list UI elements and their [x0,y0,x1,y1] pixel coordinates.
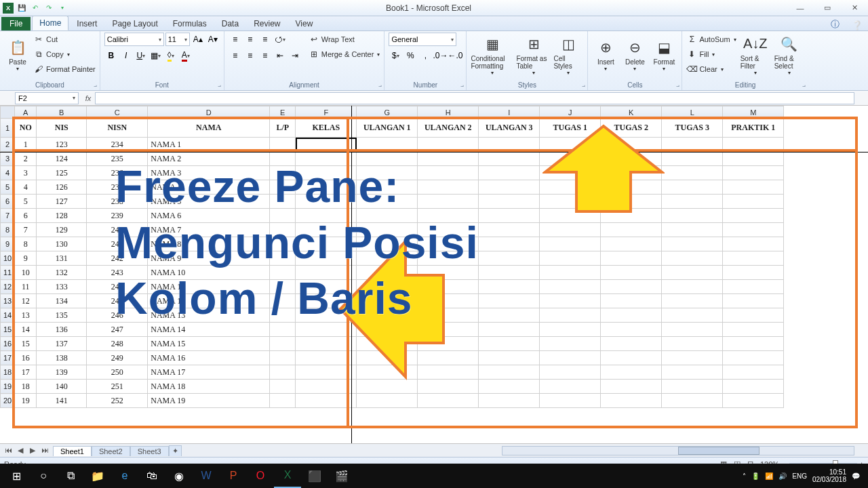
app-icon-2[interactable]: 🎬 [328,464,355,488]
row-header-15[interactable]: 15 [1,323,15,337]
sheet-nav-last[interactable]: ⏭ [39,446,50,455]
row-header-14[interactable]: 14 [1,308,15,323]
cell[interactable]: 16 [15,351,37,365]
cell[interactable]: 135 [37,308,87,323]
insert-tab[interactable]: Insert [70,17,104,30]
cell[interactable]: NAMA 17 [148,365,270,380]
store-icon[interactable]: 🛍 [138,464,165,488]
cell[interactable]: 12 [15,294,37,308]
wifi-icon[interactable]: 📶 [765,472,773,480]
header-cell[interactable]: L/P [270,119,296,138]
sheet-tab-2[interactable]: Sheet2 [92,446,130,456]
header-cell[interactable]: KELAS [296,119,357,138]
cell[interactable] [479,394,540,408]
col-header-L[interactable]: L [662,106,723,119]
cell[interactable]: 18 [15,380,37,394]
cell[interactable]: 249 [87,351,148,365]
formula-input[interactable] [95,92,854,104]
header-cell[interactable]: NISN [87,119,148,138]
header-cell[interactable]: NO [15,119,37,138]
row-header-12[interactable]: 12 [1,280,15,294]
align-right-button[interactable]: ≡ [258,49,272,62]
sheet-nav-next[interactable]: ▶ [27,446,38,455]
header-cell[interactable]: NAMA [148,119,270,138]
find-select-button[interactable]: 🔍Find & Select▾ [774,33,804,77]
cell[interactable]: 141 [37,394,87,408]
align-middle-button[interactable]: ≡ [243,33,257,46]
name-box[interactable]: F2▾ [15,92,79,104]
col-header-F[interactable]: F [296,106,357,119]
cell[interactable] [601,351,662,365]
ribbon-minimize-icon[interactable]: ⓘ [825,18,845,30]
cell[interactable] [270,380,296,394]
col-header-B[interactable]: B [37,106,87,119]
row-header-17[interactable]: 17 [1,351,15,365]
cell[interactable] [662,365,723,380]
cell[interactable]: 252 [87,394,148,408]
cell[interactable] [540,351,601,365]
cell[interactable]: 140 [37,380,87,394]
cell[interactable]: 134 [37,294,87,308]
cell[interactable] [479,365,540,380]
font-size-combo[interactable]: 11▾ [165,33,190,46]
row-header-7[interactable]: 7 [1,209,15,223]
header-cell[interactable]: TUGAS 3 [662,119,723,138]
header-cell[interactable]: ULANGAN 2 [418,119,479,138]
formulas-tab[interactable]: Formulas [166,17,214,30]
row-header-2[interactable]: 2 [1,138,15,152]
bold-button[interactable]: B [104,49,118,62]
close-button[interactable]: ✕ [841,0,868,16]
cell[interactable] [723,138,784,152]
row-header-6[interactable]: 6 [1,195,15,209]
shrink-font-button[interactable]: A▾ [206,33,220,46]
cell[interactable]: 129 [37,223,87,237]
cell[interactable] [479,351,540,365]
sheet-tab-1[interactable]: Sheet1 [53,446,92,456]
explorer-icon[interactable]: 📁 [84,464,111,488]
save-icon[interactable]: 💾 [16,3,27,14]
autosum-button[interactable]: ΣAutoSum▾ [686,33,736,46]
chrome-icon[interactable]: ◉ [165,464,193,488]
view-tab[interactable]: View [289,17,320,30]
cell[interactable]: 138 [37,351,87,365]
row-header-13[interactable]: 13 [1,294,15,308]
header-cell[interactable]: ULANGAN 1 [357,119,418,138]
excel-icon[interactable]: X [3,3,14,14]
cell[interactable] [723,351,784,365]
page-layout-tab[interactable]: Page Layout [105,17,164,30]
row-header-18[interactable]: 18 [1,365,15,380]
sheet-tab-new[interactable]: ✦ [169,445,182,456]
col-header-corner[interactable] [1,106,15,119]
cell[interactable] [479,138,540,152]
align-top-button[interactable]: ≡ [229,33,242,46]
cell[interactable] [270,351,296,365]
wrap-text-button[interactable]: ↩Wrap Text [309,33,380,46]
format-painter-button[interactable]: 🖌Format Painter [33,62,96,76]
number-format-combo[interactable]: General▾ [389,33,456,46]
col-header-C[interactable]: C [87,106,148,119]
sheet-nav-first[interactable]: ⏮ [3,446,14,455]
qat-more-icon[interactable]: ▾ [57,3,68,14]
sheet-nav-prev[interactable]: ◀ [15,446,26,455]
align-center-button[interactable]: ≡ [243,49,257,62]
review-tab[interactable]: Review [247,17,287,30]
header-cell[interactable]: NIS [37,119,87,138]
cell[interactable] [270,138,296,152]
cell[interactable]: 3 [15,166,37,180]
cell[interactable]: 1 [15,138,37,152]
cell[interactable]: 125 [37,166,87,180]
cell[interactable] [418,394,479,408]
fill-color-button[interactable]: ◊▾ [164,49,178,62]
ppt-icon[interactable]: P [220,464,247,488]
row-header-5[interactable]: 5 [1,180,15,195]
cell[interactable] [357,394,418,408]
cell[interactable] [601,380,662,394]
col-header-H[interactable]: H [418,106,479,119]
cell[interactable] [357,138,418,152]
worksheet-grid[interactable]: ABCDEFGHIJKLM1NONISNISNNAMAL/PKELASULANG… [0,106,868,443]
col-header-D[interactable]: D [148,106,270,119]
row-header-10[interactable]: 10 [1,251,15,266]
cell[interactable]: 15 [15,337,37,351]
home-tab[interactable]: Home [32,16,68,30]
align-left-button[interactable]: ≡ [229,49,242,62]
